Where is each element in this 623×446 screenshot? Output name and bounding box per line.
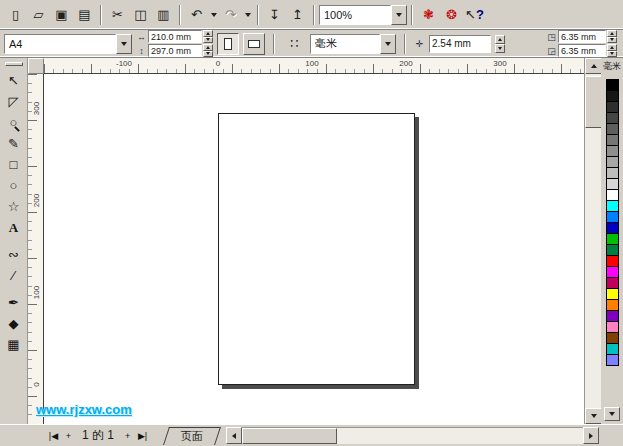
chevron-down-icon: [245, 13, 251, 17]
canvas[interactable]: [44, 74, 584, 424]
first-page-button[interactable]: |◀: [46, 428, 61, 444]
spin-down-button[interactable]: [607, 37, 617, 44]
paper-height-icon: ↕: [136, 46, 147, 56]
paste-button[interactable]: ▥: [152, 3, 175, 26]
save-floppy-icon: ▣: [55, 7, 67, 22]
portrait-page-icon: [224, 38, 232, 50]
spin-down-button[interactable]: [203, 37, 213, 44]
spin-down-button[interactable]: [203, 51, 213, 58]
application-launcher-button[interactable]: ❃: [417, 3, 440, 26]
context-help-button[interactable]: ↖ ?: [463, 3, 486, 26]
page-tab-label: 页面: [181, 429, 203, 444]
ruler-tick-label: -100: [115, 59, 133, 68]
spin-up-button[interactable]: [495, 35, 505, 44]
interactive-fill-tool-button[interactable]: ▦: [1, 334, 26, 355]
palette-swatches: [606, 80, 619, 366]
chevron-down-icon: [396, 13, 402, 17]
zoom-tool-button[interactable]: ○: [1, 112, 26, 133]
scroll-right-button[interactable]: [583, 427, 599, 444]
paper-height-stepper: [203, 44, 213, 57]
duplicate-distance-x-field[interactable]: 6.35 mm: [558, 44, 606, 57]
horizontal-ruler[interactable]: -100 0 100 200 300: [44, 58, 584, 74]
horizontal-scroll-thumb[interactable]: [242, 428, 337, 444]
cut-button[interactable]: ✂: [106, 3, 129, 26]
page-options-button[interactable]: ∷: [283, 32, 306, 55]
page-tab-strip: 页面: [166, 427, 218, 445]
vertical-scrollbar[interactable]: [584, 58, 601, 424]
add-page-after-button[interactable]: +: [120, 428, 135, 444]
interactive-blend-tool-button[interactable]: ∾: [1, 244, 26, 265]
polygon-icon: ☆: [8, 199, 20, 214]
toolbox-drag-handle[interactable]: [5, 62, 23, 66]
print-button[interactable]: ▤: [73, 3, 96, 26]
scroll-down-icon: [609, 412, 615, 416]
copy-button[interactable]: ◫: [129, 3, 152, 26]
polygon-tool-button[interactable]: ☆: [1, 196, 26, 217]
ellipse-tool-button[interactable]: ○: [1, 175, 26, 196]
nudge-offset-field[interactable]: 2.54 mm: [429, 35, 491, 53]
first-page-icon: |◀: [49, 431, 58, 441]
new-document-icon: ▯: [12, 7, 19, 22]
eyedropper-tool-button[interactable]: ∕: [1, 265, 26, 286]
freehand-tool-button[interactable]: ✎: [1, 133, 26, 154]
last-page-button[interactable]: ▶|: [135, 428, 150, 444]
horizontal-scroll-track[interactable]: [242, 427, 583, 444]
rectangle-tool-button[interactable]: □: [1, 154, 26, 175]
zoom-level-combo[interactable]: 100%: [319, 5, 407, 25]
pick-tool-button[interactable]: ↖: [1, 70, 26, 91]
duplicate-distance-y-field[interactable]: 6.35 mm: [558, 30, 606, 43]
portrait-orientation-button[interactable]: [217, 33, 239, 55]
palette-scroll-down-button[interactable]: [604, 407, 620, 421]
spin-down-button[interactable]: [495, 44, 505, 53]
add-page-before-button[interactable]: +: [61, 428, 76, 444]
shape-tool-button[interactable]: ◸: [1, 91, 26, 112]
landscape-orientation-button[interactable]: [243, 33, 265, 55]
pick-tool-icon: ↖: [8, 73, 19, 88]
undo-button[interactable]: ↶: [185, 3, 208, 26]
outline-pen-tool-button[interactable]: ✒: [1, 292, 26, 313]
ruler-origin-corner[interactable]: [28, 58, 44, 74]
undo-arrow-icon: ↶: [191, 7, 202, 22]
color-swatch[interactable]: [606, 354, 619, 366]
import-icon: ↧: [269, 7, 280, 22]
spin-up-icon: [610, 32, 614, 35]
drawing-units-combo[interactable]: 毫米: [310, 34, 396, 54]
zoom-combo-dropdown-button[interactable]: [391, 5, 407, 25]
printer-icon: ▤: [78, 7, 90, 22]
undo-dropdown-button[interactable]: [208, 3, 219, 26]
redo-button[interactable]: ↷: [219, 3, 242, 26]
save-button[interactable]: ▣: [50, 3, 73, 26]
corel-online-button[interactable]: ❂: [440, 3, 463, 26]
scroll-down-button[interactable]: [585, 408, 602, 424]
paper-size-dropdown-button[interactable]: [116, 34, 132, 54]
page-tab[interactable]: 页面: [163, 427, 221, 445]
import-button[interactable]: ↧: [263, 3, 286, 26]
scissors-icon: ✂: [112, 7, 123, 22]
scroll-left-button[interactable]: [226, 427, 242, 444]
paper-height-field[interactable]: 297.0 mm: [148, 44, 202, 57]
spin-up-icon: [610, 46, 614, 49]
fill-tool-button[interactable]: ◆: [1, 313, 26, 334]
blend-icon: ∾: [8, 247, 19, 262]
clipboard-icon: ▥: [157, 7, 169, 22]
duplicate-x-stepper: [607, 44, 617, 57]
units-dropdown-button[interactable]: [380, 34, 396, 54]
landscape-page-icon: [248, 40, 260, 48]
export-button[interactable]: ↥: [286, 3, 309, 26]
open-button[interactable]: ▱: [27, 3, 50, 26]
plus-icon: +: [66, 431, 71, 441]
redo-dropdown-button[interactable]: [242, 3, 253, 26]
ruler-tick-label: 0: [215, 59, 221, 68]
paper-size-combo[interactable]: A4: [4, 34, 132, 54]
scroll-up-button[interactable]: [585, 58, 602, 74]
paper-size-value: A4: [4, 34, 116, 54]
text-tool-button[interactable]: A: [1, 217, 26, 238]
ruler-tick-label: 100: [304, 59, 319, 68]
new-button[interactable]: ▯: [4, 3, 27, 26]
spin-down-button[interactable]: [607, 51, 617, 58]
vertical-ruler[interactable]: 300 200 100 0: [28, 74, 44, 424]
drawing-page[interactable]: [218, 113, 415, 385]
vertical-scroll-thumb[interactable]: [585, 76, 602, 128]
horizontal-scrollbar[interactable]: [226, 427, 599, 444]
paper-width-field[interactable]: 210.0 mm: [148, 30, 202, 43]
